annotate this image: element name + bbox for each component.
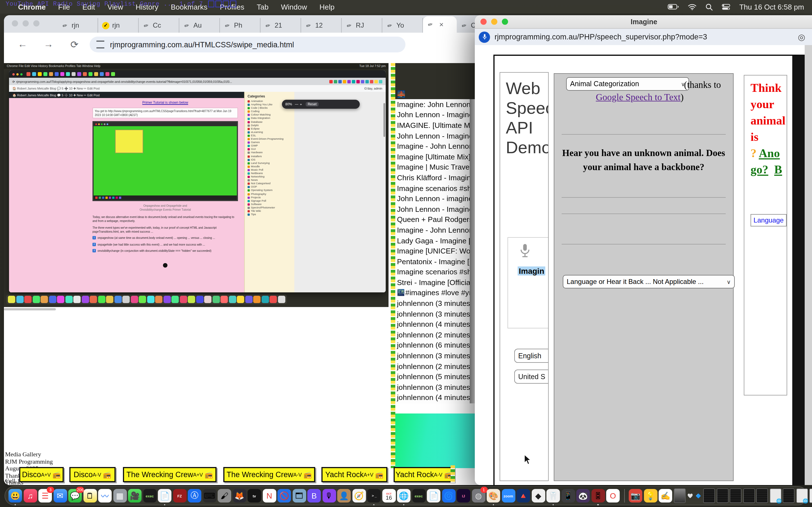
video-list-item[interactable]: johnlennon (3 minutes, 4 xyxy=(395,382,470,392)
the-wrecking-crew-a-v-button[interactable]: The Wrecking CrewA-V📻 xyxy=(223,467,315,482)
video-list-item[interactable]: johnlennon (2 minutes, 3 xyxy=(395,330,470,340)
control-center-icon[interactable] xyxy=(722,4,730,10)
category-item[interactable]: Land Surveying xyxy=(248,161,294,165)
dock-blue-app-icon[interactable]: 🌀 xyxy=(442,489,455,503)
mode-select[interactable]: Animal Categorization∨ xyxy=(566,77,689,91)
imagine-zoom-button[interactable] xyxy=(502,18,508,25)
tab[interactable]: Ph xyxy=(220,18,260,33)
menu-item-tab[interactable]: Tab xyxy=(257,3,269,11)
video-list-item[interactable]: Queen + Paul Rodgers xyxy=(395,214,470,225)
dock-opera-icon[interactable]: O xyxy=(606,489,620,503)
dock-photos-icon[interactable]: 📷 xyxy=(629,489,642,503)
category-item[interactable]: Photography xyxy=(248,192,294,196)
menu-clock[interactable]: Thu 16 Oct 6:58 pm xyxy=(739,3,804,11)
video-list-item[interactable]: johnlennon (2 minutes, xyxy=(395,361,470,372)
dock-textedit-icon[interactable]: 📄 xyxy=(158,489,171,503)
dock-terminal-window-2[interactable] xyxy=(716,489,728,503)
dock-intellij-icon[interactable]: IJ xyxy=(457,489,470,503)
dock-messages-icon[interactable]: 💬206 xyxy=(68,489,82,503)
video-list-item[interactable]: johnlennon (4 minutes, xyxy=(395,319,470,330)
dock-apple-tv-icon[interactable]: tv xyxy=(248,489,261,503)
tab-close-icon[interactable]: × xyxy=(439,20,444,29)
category-item[interactable]: ESL xyxy=(248,134,294,137)
dock-news-icon[interactable]: N xyxy=(262,489,276,503)
microphone-icon[interactable] xyxy=(519,243,531,262)
tab[interactable]: RJ xyxy=(342,18,382,33)
dock-lightbulb-app-icon[interactable]: 💡 xyxy=(644,489,657,503)
nested-scrollbar[interactable] xyxy=(384,103,385,137)
reload-button[interactable]: ⟳ xyxy=(67,39,82,50)
imagine-scroll-gutter[interactable] xyxy=(805,45,812,485)
dock-screenshot-thumb[interactable] xyxy=(673,489,686,503)
forward-button[interactable]: → xyxy=(41,39,56,50)
category-item[interactable]: Networking xyxy=(248,175,294,179)
dock-facetime-icon[interactable]: 🎥 xyxy=(128,489,142,503)
tab[interactable]: Yo xyxy=(382,18,423,33)
video-list-item[interactable]: Imagine scenarios #sho xyxy=(395,267,470,277)
language-button[interactable]: English xyxy=(514,349,549,363)
category-item[interactable]: Event-Driven Programming xyxy=(248,137,294,141)
zoom-reset-button[interactable]: Reset xyxy=(305,102,319,107)
dock-window-app-icon[interactable]: 🗔 xyxy=(292,489,306,503)
dock-bbedit-icon[interactable]: B xyxy=(307,489,321,503)
dock-iphone-mirroring-icon[interactable]: 📱 xyxy=(561,489,575,503)
dock-filezilla-icon[interactable]: FZ xyxy=(173,489,186,503)
dock-terminal-window-3[interactable] xyxy=(730,489,742,503)
video-list-item[interactable]: IMAGINE. [Ultimate Mix xyxy=(395,120,470,130)
category-item[interactable]: Signage Poll xyxy=(248,199,294,203)
category-item[interactable]: Eclipse xyxy=(248,127,294,131)
category-item[interactable]: Spectro/Photometer xyxy=(248,206,294,210)
menu-item-help[interactable]: Help xyxy=(319,3,335,11)
google-speech-link[interactable]: Google Speech to Text xyxy=(596,92,680,103)
category-item[interactable]: GIMP xyxy=(248,144,294,148)
playback-select[interactable]: Language or Hear it Back ... Not Applica… xyxy=(563,275,735,288)
omnibox[interactable]: rjmprogramming.com.au/HTMLCSS/swipe_medi… xyxy=(90,37,405,52)
imagine-minimize-button[interactable] xyxy=(491,18,497,25)
mic-permission-icon[interactable] xyxy=(479,31,490,43)
category-item[interactable]: Hardware xyxy=(248,151,294,155)
dock-safari-icon[interactable]: 🧭 xyxy=(352,489,366,503)
category-item[interactable]: Projects xyxy=(248,196,294,199)
dock-notes-icon[interactable]: 🗒 xyxy=(83,489,97,503)
dock-chrome-icon[interactable]: 🌐 xyxy=(397,489,410,503)
tab[interactable]: Cc xyxy=(139,18,179,33)
tutorial-screenshot-image[interactable] xyxy=(93,121,238,201)
dock-inkscape-icon[interactable]: ◆ xyxy=(531,489,545,503)
category-item[interactable]: Moodle xyxy=(248,165,294,168)
dock-mini-icon-2[interactable]: 🔷 xyxy=(695,492,702,499)
video-list-item[interactable]: John Lennon - Imagine xyxy=(395,110,470,120)
video-list-item[interactable]: Imagine - John Lennon xyxy=(395,141,470,152)
dock-zoom-icon[interactable]: zoom xyxy=(502,489,515,503)
dock-terminal-window-4[interactable] xyxy=(743,489,755,503)
dock-tooth-app-icon[interactable]: 🦷 xyxy=(546,489,560,503)
category-item[interactable]: eLearning xyxy=(248,131,294,134)
dock-dark-window[interactable] xyxy=(783,489,795,503)
dock-terminal-window-1[interactable] xyxy=(703,489,715,503)
dock-prism-app-icon[interactable]: 🔺 xyxy=(516,489,530,503)
dock-gimp-icon[interactable]: 🖌 xyxy=(218,489,231,503)
video-list-item[interactable]: johnlennon (6 minutes, 9 xyxy=(395,340,470,350)
category-item[interactable]: Delphi xyxy=(248,124,294,127)
category-item[interactable]: OOP xyxy=(248,186,294,189)
zoom-window-button[interactable] xyxy=(33,20,40,26)
dock-exec-app-icon[interactable]: exec xyxy=(143,489,156,503)
video-banner[interactable]: 🌉 xyxy=(395,63,477,99)
video-list-item[interactable]: Pentatonix - Imagine [O xyxy=(395,256,470,267)
disco-a-v-button[interactable]: DiscoA-V📻 xyxy=(69,467,116,482)
site-settings-icon[interactable] xyxy=(96,41,104,48)
nested-screenshot[interactable]: Chrome File Edit View History Bookmarks … xyxy=(4,63,389,307)
dock-calculator-icon[interactable]: ⌨ xyxy=(203,489,216,503)
video-list-item[interactable]: Imagine scenarios #sho xyxy=(395,183,470,193)
video-list-item[interactable]: Imagine - John Lennon xyxy=(395,225,470,235)
dock-firefox-icon[interactable]: 🦊 xyxy=(233,489,246,503)
tab[interactable]: 21 xyxy=(260,18,301,33)
video-list-item[interactable]: Imagine | Music Travel L xyxy=(395,162,470,172)
video-list-item[interactable]: johnlennon (5 minutes, 4 xyxy=(395,372,470,382)
aqua-media-block[interactable] xyxy=(395,413,477,468)
dock-terminal-icon[interactable]: ＞_ xyxy=(367,489,380,503)
tab-active[interactable]: × xyxy=(423,16,457,33)
minimize-window-button[interactable] xyxy=(22,20,29,26)
region-button[interactable]: United S xyxy=(514,370,549,384)
search-icon[interactable] xyxy=(705,3,713,10)
yacht-rock-a-v-button[interactable]: Yacht RockA+V📻 xyxy=(321,467,388,482)
